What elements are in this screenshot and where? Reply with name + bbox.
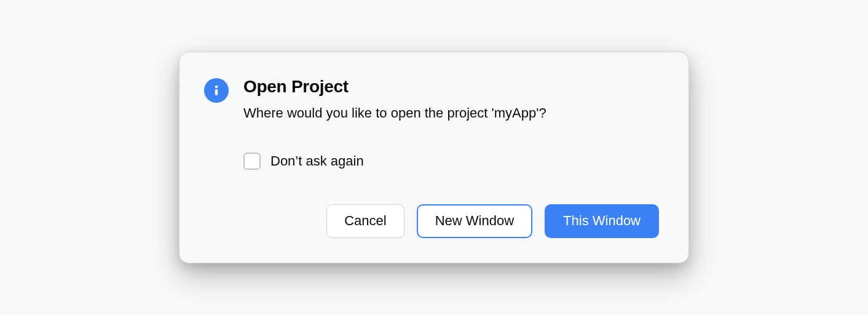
info-icon	[204, 78, 229, 103]
cancel-button[interactable]: Cancel	[326, 204, 404, 237]
open-project-dialog: Open Project Where would you like to ope…	[179, 52, 689, 263]
dialog-title: Open Project	[243, 77, 659, 97]
dialog-content: Open Project Where would you like to ope…	[243, 77, 659, 123]
dialog-header: Open Project Where would you like to ope…	[204, 77, 659, 123]
svg-point-0	[215, 86, 218, 88]
dialog-buttons: Cancel New Window This Window	[204, 204, 659, 237]
dont-ask-again-checkbox[interactable]	[243, 153, 261, 170]
this-window-button[interactable]: This Window	[545, 204, 659, 237]
dialog-message: Where would you like to open the project…	[243, 104, 659, 123]
new-window-button[interactable]: New Window	[417, 204, 532, 237]
dont-ask-again-row: Don’t ask again	[243, 153, 659, 170]
svg-rect-1	[215, 89, 218, 95]
dont-ask-again-label[interactable]: Don’t ask again	[270, 153, 364, 169]
